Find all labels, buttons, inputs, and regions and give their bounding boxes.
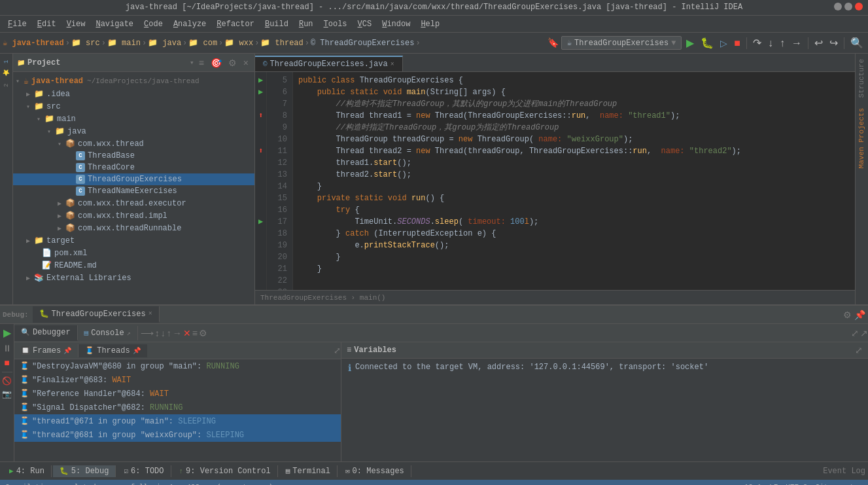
right-sidebar-maven[interactable]: Maven Projects bbox=[856, 103, 868, 173]
debug-config-tab[interactable]: 🐛 ThreadGroupExercises × bbox=[33, 306, 160, 323]
tree-item-readme[interactable]: 📝 README.md bbox=[13, 259, 254, 272]
step-down-button[interactable]: ↓ bbox=[161, 328, 165, 338]
nav-thread[interactable]: 📁 thread bbox=[260, 38, 303, 48]
step-up-button[interactable]: ↑ bbox=[167, 328, 171, 338]
menu-analyze[interactable]: Analyze bbox=[168, 18, 211, 30]
step-out-button[interactable]: ↑ bbox=[778, 36, 787, 50]
run-tab[interactable]: ▶ 4: Run bbox=[3, 465, 52, 477]
thread-refhandler[interactable]: 🧵 "Reference Handler"@684: WAIT bbox=[14, 387, 341, 401]
debug-camera-button[interactable]: 📷 bbox=[1, 388, 13, 400]
menu-tools[interactable]: Tools bbox=[319, 18, 353, 30]
nav-project[interactable]: ☕ java-thread bbox=[3, 38, 64, 48]
settings-button[interactable]: ⚙ bbox=[226, 57, 239, 69]
variables-expand-button[interactable]: ⤢ bbox=[855, 345, 863, 355]
left-icon-1[interactable]: 1 bbox=[1, 56, 12, 67]
undo-button[interactable]: ↩ bbox=[812, 35, 825, 50]
tree-item-package-thread[interactable]: ▾ 📦 com.wxx.thread bbox=[13, 137, 254, 150]
close-panel-button[interactable]: × bbox=[241, 57, 251, 69]
menu-view[interactable]: View bbox=[61, 18, 91, 30]
menu-window[interactable]: Window bbox=[377, 18, 415, 30]
debugger-tab[interactable]: 🔍 Debugger bbox=[14, 325, 78, 341]
collapse-all-button[interactable]: ≡ bbox=[197, 57, 206, 69]
menu-code[interactable]: Code bbox=[139, 18, 168, 30]
step-forward-button[interactable]: → bbox=[173, 328, 182, 338]
tree-item-threadcore[interactable]: C ThreadCore bbox=[13, 162, 254, 173]
stop-button[interactable]: ■ bbox=[732, 36, 742, 50]
menu-refactor[interactable]: Refactor bbox=[211, 18, 260, 30]
debug-settings-button[interactable]: ⚙ bbox=[843, 310, 852, 320]
debug-stop-button[interactable]: ■ bbox=[3, 356, 10, 369]
console-tab[interactable]: ▤ Console ↗ bbox=[78, 326, 138, 340]
vcs-tab[interactable]: ↑ 9: Version Control bbox=[173, 465, 278, 477]
thread-sigdispatcher[interactable]: 🧵 "Signal Dispatcher"@682: RUNNING bbox=[14, 401, 341, 414]
tree-item-threadnameexercises[interactable]: C ThreadNameExercises bbox=[13, 185, 254, 197]
redo-button[interactable]: ↪ bbox=[827, 35, 840, 50]
menu-edit[interactable]: Edit bbox=[32, 18, 61, 30]
debug-resume-button[interactable]: ▶ bbox=[2, 325, 12, 340]
menu-help[interactable]: Help bbox=[415, 18, 445, 30]
tree-item-target[interactable]: ▶ 📁 target bbox=[13, 234, 254, 247]
debug-pause-button[interactable]: ⏸ bbox=[1, 342, 13, 355]
tree-item-extlibs[interactable]: ▶ 📚 External Libraries bbox=[13, 272, 254, 284]
tree-item-threadgroupexercises[interactable]: C ThreadGroupExercises bbox=[13, 173, 254, 185]
minimize-btn[interactable] bbox=[834, 3, 842, 10]
stop-frames-button[interactable]: ✕ bbox=[183, 328, 191, 338]
nav-com[interactable]: 📁 com bbox=[188, 38, 217, 48]
eval-button[interactable]: ≡ bbox=[192, 328, 198, 338]
gear-button[interactable]: ↗ bbox=[860, 328, 868, 338]
project-dropdown-icon[interactable]: ▾ bbox=[190, 58, 194, 67]
tree-item-pom[interactable]: 📄 pom.xml bbox=[13, 247, 254, 259]
maximize-btn[interactable] bbox=[844, 3, 852, 10]
run-config-selector[interactable]: ☕ ThreadGroupExercises ▼ bbox=[561, 36, 682, 50]
nav-class[interactable]: © ThreadGroupExercises bbox=[311, 39, 414, 48]
menu-navigate[interactable]: Navigate bbox=[90, 18, 139, 30]
event-log-link[interactable]: Event Log bbox=[823, 467, 865, 476]
search-everywhere-button[interactable]: 🔍 bbox=[848, 35, 865, 50]
thread-destroyjavavm[interactable]: 🧵 "DestroyJavaVM"@680 in group "main": R… bbox=[14, 359, 341, 373]
nav-java[interactable]: 📁 java bbox=[148, 38, 181, 48]
left-icon-3[interactable]: 2 bbox=[1, 80, 12, 90]
menu-vcs[interactable]: VCS bbox=[353, 18, 377, 30]
step-over-button[interactable]: ↷ bbox=[751, 35, 763, 50]
restore-layout-button[interactable]: ↕ bbox=[155, 328, 160, 338]
nav-wxx[interactable]: 📁 wxx bbox=[224, 38, 253, 48]
run-button[interactable]: ▶ bbox=[684, 35, 696, 50]
tab-threadgroupexercises[interactable]: © ThreadGroupExercises.java × bbox=[255, 56, 403, 71]
nav-main[interactable]: 📁 main bbox=[107, 38, 141, 48]
messages-tab[interactable]: ✉ 0: Messages bbox=[339, 465, 411, 477]
tree-item-src[interactable]: ▾ 📁 src bbox=[13, 100, 254, 113]
terminal-tab[interactable]: ▤ Terminal bbox=[279, 465, 338, 477]
close-btn[interactable] bbox=[855, 3, 863, 10]
restore-button[interactable]: ⤢ bbox=[851, 328, 859, 338]
debug-pin-button[interactable]: 📌 bbox=[854, 310, 865, 320]
menu-run[interactable]: Run bbox=[294, 18, 319, 30]
tree-item-root[interactable]: ▾ ☕ java-thread ~/IdeaProjects/java-thre… bbox=[13, 75, 254, 88]
debug-close-icon[interactable]: × bbox=[148, 310, 152, 317]
thread-thread2[interactable]: 🧵 "thread2"@681 in group "weixxGroup": S… bbox=[14, 428, 341, 442]
locate-file-button[interactable]: 🎯 bbox=[209, 57, 224, 69]
step-into-button[interactable]: ↓ bbox=[766, 36, 775, 50]
settings2-button[interactable]: ⚙ bbox=[199, 328, 207, 338]
threads-expand-button[interactable]: ⤢ bbox=[334, 346, 341, 355]
tab-close-icon[interactable]: × bbox=[391, 61, 394, 68]
threads-sub-tab[interactable]: 🧵 Threads 📌 bbox=[78, 344, 147, 357]
todo-tab[interactable]: ☑ 6: TODO bbox=[117, 465, 171, 477]
debug-tab-bottom[interactable]: 🐛 5: Debug bbox=[53, 465, 116, 477]
debug-button[interactable]: 🐛 bbox=[699, 35, 716, 50]
tree-item-executor[interactable]: ▶ 📦 com.wxx.thread.executor bbox=[13, 197, 254, 209]
tree-item-idea[interactable]: ▶ 📁 .idea bbox=[13, 88, 254, 100]
tree-item-java[interactable]: ▾ 📁 java bbox=[13, 125, 254, 137]
thread-finalizer[interactable]: 🧵 "Finalizer"@683: WAIT bbox=[14, 373, 341, 387]
tree-item-threadbase[interactable]: C ThreadBase bbox=[13, 150, 254, 162]
run-with-coverage-button[interactable]: ▷ bbox=[718, 37, 729, 50]
right-sidebar-structure[interactable]: Structure bbox=[856, 54, 868, 103]
bookmark-icon[interactable]: 🔖 bbox=[547, 37, 559, 48]
left-icon-2[interactable]: ⭐ bbox=[1, 68, 12, 79]
frames-sub-tab[interactable]: 🔲 Frames 📌 bbox=[14, 344, 78, 357]
tree-item-runnable[interactable]: ▶ 📦 com.wxx.threadRunnable bbox=[13, 222, 254, 234]
code-area[interactable]: public class ThreadGroupExercises { publ… bbox=[293, 72, 855, 290]
debug-mute-button[interactable]: 🚫 bbox=[1, 375, 13, 387]
menu-build[interactable]: Build bbox=[260, 18, 294, 30]
menu-file[interactable]: File bbox=[3, 18, 32, 30]
step-frames-button[interactable]: ⟶ bbox=[141, 328, 154, 338]
